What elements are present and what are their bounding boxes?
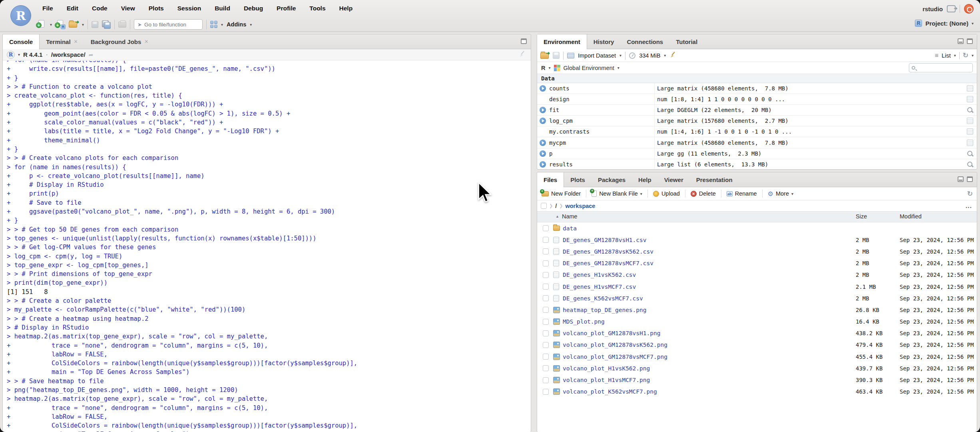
menu-item[interactable]: Plots bbox=[143, 5, 169, 12]
column-size[interactable]: Size bbox=[856, 213, 867, 220]
file-checkbox[interactable] bbox=[543, 284, 549, 290]
list-view-caret-icon[interactable]: ▾ bbox=[954, 53, 956, 58]
file-row[interactable]: volcano_plot_GM12878vsH1.png 438.2 KB Se… bbox=[537, 328, 977, 339]
file-row[interactable]: DE_genes_H1vsMCF7.csv 2.1 MB Sep 23, 202… bbox=[537, 281, 977, 292]
maximize-pane-icon[interactable] bbox=[967, 176, 973, 182]
file-checkbox[interactable] bbox=[543, 295, 549, 301]
tab-close-icon[interactable]: ✕ bbox=[144, 39, 148, 44]
file-name-link[interactable]: volcano_plot_K562vsMCF7.png bbox=[563, 388, 657, 395]
load-workspace-icon[interactable]: ➜ bbox=[540, 51, 549, 60]
variable-view-icon[interactable] bbox=[967, 150, 973, 157]
breadcrumb-root[interactable]: / bbox=[555, 203, 557, 209]
project-menu[interactable]: R Project: (None) ▾ bbox=[915, 20, 974, 27]
environment-search-input[interactable] bbox=[917, 65, 965, 71]
new-blank-file-button[interactable]: New Blank File ▾ bbox=[590, 190, 643, 197]
file-checkbox[interactable] bbox=[543, 330, 549, 336]
environment-row[interactable]: design num [1:8, 1:4] 1 1 0 0 0 0 0 0 0 … bbox=[537, 94, 977, 105]
file-row[interactable]: volcano_plot_GM12878vsMCF7.png 455.4 KB … bbox=[537, 351, 977, 362]
variable-view-icon[interactable] bbox=[967, 118, 973, 124]
clear-environment-icon[interactable] bbox=[669, 51, 677, 60]
minimize-pane-icon[interactable] bbox=[958, 38, 964, 44]
panel-tab[interactable]: Background Jobs ✕ bbox=[84, 34, 155, 49]
environment-row[interactable]: counts Large matrix (458680 elements, 7.… bbox=[537, 83, 977, 94]
power-quit-icon[interactable] bbox=[964, 4, 974, 14]
file-checkbox[interactable] bbox=[543, 354, 549, 360]
panel-tab[interactable]: History bbox=[587, 34, 621, 49]
file-checkbox[interactable] bbox=[543, 248, 549, 254]
upload-button[interactable]: ↑ Upload bbox=[652, 190, 681, 197]
file-name-link[interactable]: data bbox=[563, 225, 577, 232]
menu-item[interactable]: Build bbox=[209, 5, 236, 12]
panel-tab[interactable]: Packages bbox=[592, 172, 632, 187]
menu-item[interactable]: Tools bbox=[304, 5, 331, 12]
panel-tab[interactable]: Console bbox=[3, 34, 40, 49]
menu-item[interactable]: Help bbox=[334, 5, 359, 12]
file-checkbox[interactable] bbox=[543, 260, 549, 266]
addins-caret-icon[interactable]: ▾ bbox=[250, 22, 252, 27]
global-environment-selector[interactable]: Global Environment bbox=[564, 65, 614, 71]
goto-file-function-input[interactable] bbox=[144, 22, 192, 28]
expand-arrow-icon[interactable] bbox=[540, 107, 546, 113]
menu-item[interactable]: Profile bbox=[271, 5, 301, 12]
menu-item[interactable]: Edit bbox=[61, 5, 84, 12]
import-dataset-button[interactable]: Import Dataset bbox=[578, 52, 616, 59]
rename-button[interactable]: ab Rename bbox=[725, 190, 758, 197]
file-name-link[interactable]: DE_genes_K562vsMCF7.csv bbox=[563, 295, 643, 302]
file-row[interactable]: heatmap_top_DE_genes.png 26.8 KB Sep 23,… bbox=[537, 304, 977, 316]
working-directory-label[interactable]: /workspace/ bbox=[51, 51, 86, 58]
minimize-pane-icon[interactable] bbox=[958, 176, 964, 182]
file-row[interactable]: MDS_plot.png 16.4 KB Sep 23, 2024, 12:56… bbox=[537, 316, 977, 328]
panel-tab[interactable]: Tutorial bbox=[669, 34, 704, 49]
file-checkbox[interactable] bbox=[543, 389, 549, 395]
more-button[interactable]: ⚙ More ▾ bbox=[767, 190, 795, 198]
new-project-button[interactable]: +R bbox=[56, 20, 65, 29]
environment-row[interactable]: results Large list (6 elements, 13.3 MB) bbox=[537, 159, 977, 170]
panes-grid-icon[interactable] bbox=[210, 21, 217, 28]
maximize-pane-icon[interactable] bbox=[521, 38, 527, 44]
environment-row[interactable]: my.contrasts num [1:4, 1:6] 1 -1 0 0 1 0… bbox=[537, 126, 977, 137]
variable-view-icon[interactable] bbox=[967, 161, 973, 168]
sort-ascending-icon[interactable]: ▲ bbox=[556, 214, 559, 218]
menu-item[interactable]: File bbox=[37, 5, 59, 12]
panel-tab[interactable]: Files bbox=[537, 172, 564, 187]
list-view-button[interactable]: List bbox=[942, 52, 951, 59]
file-name-link[interactable]: volcano_plot_GM12878vsH1.png bbox=[563, 330, 660, 336]
refresh-environment-icon[interactable]: ↻ bbox=[963, 51, 968, 60]
file-name-link[interactable]: volcano_plot_GM12878vsK562.png bbox=[563, 342, 667, 348]
file-name-link[interactable]: DE_genes_GM12878vsH1.csv bbox=[563, 237, 647, 243]
breadcrumb-overflow[interactable]: ... bbox=[966, 202, 972, 210]
environment-row[interactable]: fit Large DGEGLM (22 elements, 20 MB) bbox=[537, 105, 977, 116]
expand-arrow-icon[interactable] bbox=[540, 150, 546, 157]
popout-directory-icon[interactable]: ➦ bbox=[89, 52, 94, 58]
language-selector[interactable]: R bbox=[541, 65, 545, 71]
refresh-files-icon[interactable]: ↻ bbox=[967, 190, 973, 198]
memory-caret-icon[interactable]: ▾ bbox=[664, 53, 666, 58]
panes-caret-icon[interactable]: ▾ bbox=[221, 22, 223, 27]
file-row[interactable]: DE_genes_K562vsMCF7.csv 2 MB Sep 23, 202… bbox=[537, 292, 977, 304]
file-name-link[interactable]: DE_genes_H1vsMCF7.csv bbox=[563, 284, 636, 290]
menu-item[interactable]: Debug bbox=[238, 5, 269, 12]
file-name-link[interactable]: volcano_plot_H1vsK562.png bbox=[563, 365, 650, 372]
goto-file-function-box[interactable]: ➤ bbox=[134, 19, 203, 30]
tab-close-icon[interactable]: ✕ bbox=[74, 39, 78, 44]
panel-tab[interactable]: Environment bbox=[537, 34, 587, 49]
file-checkbox[interactable] bbox=[543, 225, 549, 231]
file-checkbox[interactable] bbox=[543, 307, 549, 313]
expand-arrow-icon[interactable] bbox=[540, 85, 546, 92]
new-file-caret-icon[interactable]: ▾ bbox=[50, 22, 52, 27]
global-environment-caret-icon[interactable]: ▾ bbox=[617, 66, 619, 70]
save-workspace-icon[interactable] bbox=[553, 52, 560, 59]
variable-view-icon[interactable] bbox=[967, 96, 973, 102]
column-modified[interactable]: Modified bbox=[900, 213, 922, 220]
panel-tab[interactable]: Help bbox=[632, 172, 658, 187]
panel-tab[interactable]: Terminal ✕ bbox=[40, 34, 84, 49]
menu-item[interactable]: View bbox=[116, 5, 141, 12]
file-checkbox[interactable] bbox=[543, 319, 549, 325]
open-file-button[interactable]: ➜ bbox=[69, 20, 78, 29]
open-file-caret-icon[interactable]: ▾ bbox=[82, 22, 84, 27]
expand-arrow-icon[interactable] bbox=[540, 161, 546, 168]
file-name-link[interactable]: MDS_plot.png bbox=[563, 318, 605, 325]
file-name-link[interactable]: DE_genes_GM12878vsMCF7.csv bbox=[563, 260, 653, 266]
file-name-link[interactable]: heatmap_top_DE_genes.png bbox=[563, 307, 647, 313]
environment-search-box[interactable] bbox=[909, 63, 973, 72]
